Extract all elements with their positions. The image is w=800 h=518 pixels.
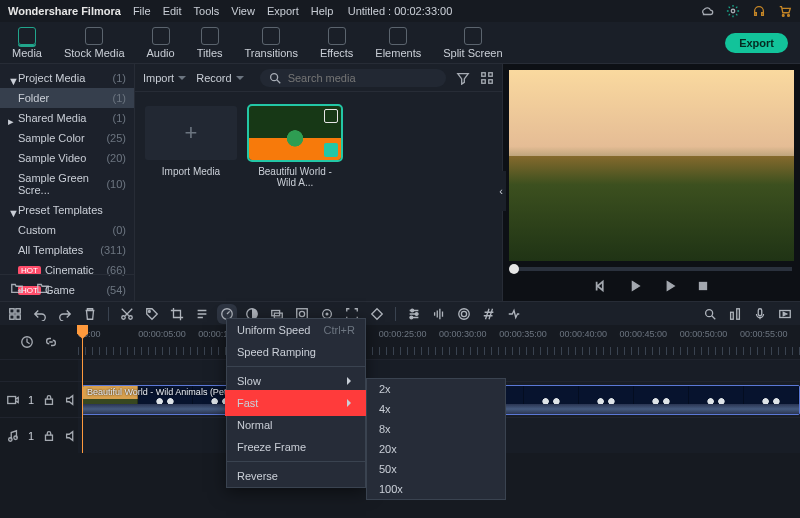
import-dropdown[interactable]: Import	[143, 72, 186, 84]
sidebar-item-folder[interactable]: Folder(1)	[0, 88, 134, 108]
search-input[interactable]	[288, 72, 438, 84]
menu-label: Normal	[237, 419, 272, 431]
menu-fast[interactable]: Fast	[227, 392, 365, 414]
seek-bar[interactable]	[511, 267, 792, 271]
filter-icon[interactable]	[456, 71, 470, 85]
open-folder-icon[interactable]	[36, 281, 50, 295]
playhead[interactable]	[82, 325, 83, 453]
settings-icon[interactable]	[324, 109, 338, 123]
svg-rect-35	[8, 396, 16, 403]
voice-icon[interactable]	[753, 307, 767, 321]
menu-uniform-speed[interactable]: Uniform SpeedCtrl+R	[227, 319, 365, 341]
seek-handle[interactable]	[509, 264, 519, 274]
audio-icon[interactable]	[432, 307, 446, 321]
volume-icon[interactable]	[64, 429, 78, 443]
effects-icon	[328, 27, 346, 45]
tab-audio[interactable]: Audio	[143, 24, 179, 62]
grid-view-icon[interactable]	[480, 71, 494, 85]
edit-icon[interactable]	[195, 307, 209, 321]
menu-edit[interactable]: Edit	[163, 5, 182, 17]
add-folder-icon[interactable]	[10, 281, 24, 295]
svg-rect-12	[16, 314, 20, 318]
preview-panel	[502, 64, 800, 301]
sidebar-item-all-templates[interactable]: All Templates(311)	[0, 240, 134, 260]
search-media[interactable]	[260, 69, 446, 87]
sidebar-item-sample-video[interactable]: Sample Video(20)	[0, 148, 134, 168]
crop-icon[interactable]	[170, 307, 184, 321]
divider	[108, 307, 109, 321]
cloud-icon[interactable]	[700, 4, 714, 18]
play-button[interactable]	[628, 279, 642, 293]
timecode-icon[interactable]	[20, 335, 34, 349]
tab-effects[interactable]: Effects	[316, 24, 357, 62]
menu-100x[interactable]: 100x	[367, 479, 505, 499]
lock-icon[interactable]	[42, 393, 56, 407]
tab-media[interactable]: Media	[8, 24, 46, 62]
menu-reverse[interactable]: Reverse	[227, 465, 365, 487]
lock-icon[interactable]	[42, 429, 56, 443]
menu-normal[interactable]: Normal	[227, 414, 365, 436]
menu-export[interactable]: Export	[267, 5, 299, 17]
next-frame-button[interactable]	[662, 279, 676, 293]
divider	[395, 307, 396, 321]
menu-speed-ramping[interactable]: Speed Ramping	[227, 341, 365, 363]
menu-tools[interactable]: Tools	[194, 5, 220, 17]
menu-view[interactable]: View	[231, 5, 255, 17]
menu-2x[interactable]: 2x	[367, 379, 505, 399]
undo-icon[interactable]	[33, 307, 47, 321]
marker-icon[interactable]	[482, 307, 496, 321]
link-icon[interactable]	[44, 335, 58, 349]
menu-20x[interactable]: 20x	[367, 439, 505, 459]
tab-label: Split Screen	[443, 47, 502, 59]
volume-icon[interactable]	[64, 393, 78, 407]
tag-icon[interactable]	[145, 307, 159, 321]
import-media-card[interactable]: + Import Media	[145, 106, 237, 188]
media-clip-card[interactable]: Beautiful World - Wild A...	[249, 106, 341, 188]
sidebar-item-shared-media[interactable]: ▸Shared Media(1)	[0, 108, 134, 128]
sidebar-item-custom[interactable]: Custom(0)	[0, 220, 134, 240]
tab-split-screen[interactable]: Split Screen	[439, 24, 506, 62]
sidebar-item-sample-color[interactable]: Sample Color(25)	[0, 128, 134, 148]
sidebar-item-project-media[interactable]: ▼Project Media(1)	[0, 68, 134, 88]
tab-titles[interactable]: Titles	[193, 24, 227, 62]
mix-icon[interactable]	[728, 307, 742, 321]
ruler[interactable]: 00:00 00:00:05:00 00:00:10:00 00:00:15:0…	[78, 325, 800, 359]
ripple-icon[interactable]	[507, 307, 521, 321]
menu-50x[interactable]: 50x	[367, 459, 505, 479]
menu-8x[interactable]: 8x	[367, 419, 505, 439]
menu-help[interactable]: Help	[311, 5, 334, 17]
export-button[interactable]: Export	[725, 33, 788, 53]
menu-file[interactable]: File	[133, 5, 151, 17]
redo-icon[interactable]	[58, 307, 72, 321]
menu-4x[interactable]: 4x	[367, 399, 505, 419]
sidebar-item-label: Project Media	[18, 72, 113, 84]
cut-icon[interactable]	[120, 307, 134, 321]
keyframe-icon[interactable]	[370, 307, 384, 321]
prev-frame-button[interactable]	[594, 279, 608, 293]
sidebar-item-label: Sample Video	[18, 152, 106, 164]
time-label: 00:00:55:00	[740, 329, 800, 339]
stop-button[interactable]	[696, 279, 710, 293]
grid-icon[interactable]	[8, 307, 22, 321]
tab-elements[interactable]: Elements	[371, 24, 425, 62]
tab-transitions[interactable]: Transitions	[241, 24, 302, 62]
record-dropdown[interactable]: Record	[196, 72, 243, 84]
check-icon	[324, 143, 338, 157]
menu-freeze-frame[interactable]: Freeze Frame	[227, 436, 365, 458]
sidebar-item-preset-templates[interactable]: ▼Preset Templates	[0, 200, 134, 220]
cart-icon[interactable]	[778, 4, 792, 18]
collapse-sidebar-button[interactable]: ‹	[496, 171, 506, 211]
menu-slow[interactable]: Slow	[227, 370, 365, 392]
svg-point-13	[122, 315, 126, 319]
trash-icon[interactable]	[83, 307, 97, 321]
svg-point-23	[326, 313, 328, 315]
preview-video[interactable]	[509, 70, 794, 261]
record-vo-icon[interactable]	[457, 307, 471, 321]
zoom-icon[interactable]	[703, 307, 717, 321]
sidebar-item-sample-green[interactable]: Sample Green Scre...(10)	[0, 168, 134, 200]
tab-stock-media[interactable]: Stock Media	[60, 24, 129, 62]
render-icon[interactable]	[778, 307, 792, 321]
adjust-icon[interactable]	[407, 307, 421, 321]
headphones-icon[interactable]	[752, 4, 766, 18]
gear-icon[interactable]	[726, 4, 740, 18]
